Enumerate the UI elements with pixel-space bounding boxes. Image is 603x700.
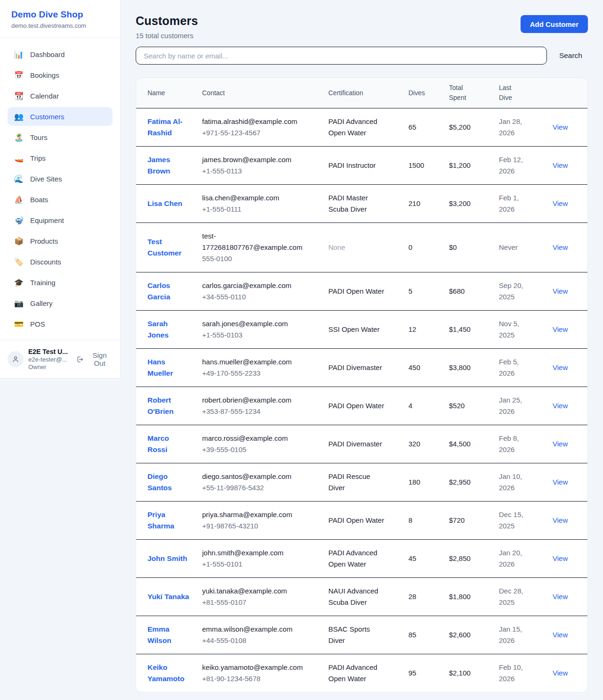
- customer-dives: 450: [408, 349, 449, 387]
- customer-last-dive: Jan 25, 2026: [499, 395, 529, 417]
- customer-total-spent: $1,800: [449, 578, 499, 616]
- view-customer-link[interactable]: View: [553, 161, 568, 169]
- sidebar-item-gallery[interactable]: 📷 Gallery: [8, 294, 113, 313]
- camera-icon: 📷: [14, 299, 24, 308]
- sidebar-item-tours[interactable]: 🏝️ Tours: [8, 128, 113, 147]
- customer-certification: PADI Divemaster: [328, 438, 387, 450]
- view-customer-link[interactable]: View: [553, 669, 568, 677]
- sidebar-item-training[interactable]: 🎓 Training: [8, 273, 113, 292]
- table-row: Keiko Yamamoto keiko.yamamoto@example.co…: [136, 654, 588, 692]
- customer-email: emma.wilson@example.com: [202, 624, 306, 635]
- customer-total-spent: $3,200: [449, 185, 499, 223]
- customer-name-link[interactable]: James Brown: [147, 154, 191, 177]
- diving-mask-icon: 🤿: [14, 216, 24, 225]
- customer-total-spent: $520: [449, 387, 499, 425]
- sidebar-item-products[interactable]: 📦 Products: [8, 231, 113, 250]
- view-customer-link[interactable]: View: [553, 363, 568, 371]
- credit-card-icon: 💳: [14, 320, 24, 329]
- calendar-icon: 📆: [14, 91, 24, 100]
- view-customer-link[interactable]: View: [553, 325, 568, 333]
- view-customer-link[interactable]: View: [553, 593, 568, 601]
- customer-name-link[interactable]: Sarah Jones: [147, 318, 191, 341]
- shop-domain: demo.test.divestreams.com: [11, 22, 109, 29]
- sidebar-item-equipment[interactable]: 🤿 Equipment: [8, 211, 113, 230]
- user-info: E2E Test U... e2e-tester@... Owner: [28, 348, 71, 371]
- sidebar-item-trips[interactable]: 🚤 Trips: [8, 148, 113, 167]
- customer-name-link[interactable]: Fatima Al-Rashid: [147, 116, 191, 139]
- logout-icon: [76, 355, 83, 363]
- column-header-total-spent: Total Spent: [449, 78, 499, 108]
- view-customer-link[interactable]: View: [553, 243, 568, 251]
- column-header-name: Name: [136, 78, 202, 108]
- customer-name-link[interactable]: Robert O'Brien: [147, 395, 191, 417]
- customer-name-link[interactable]: Diego Santos: [147, 471, 191, 494]
- customer-total-spent: $0: [449, 223, 499, 272]
- customer-last-dive: Feb 1, 2026: [499, 192, 529, 215]
- view-customer-link[interactable]: View: [553, 287, 568, 295]
- customer-certification: None: [328, 242, 387, 253]
- customer-last-dive: Jan 20, 2026: [499, 547, 529, 570]
- customer-phone: 555-0100: [202, 253, 325, 264]
- customer-email: keiko.yamamoto@example.com: [202, 662, 306, 673]
- main-content: Customers 15 total customers Add Custome…: [121, 0, 603, 700]
- view-customer-link[interactable]: View: [553, 123, 568, 131]
- customer-phone: +55-11-99876-5432: [202, 482, 325, 494]
- customer-email: test-1772681807767@example.com: [202, 231, 306, 253]
- customer-total-spent: $2,600: [449, 616, 499, 654]
- customer-name-link[interactable]: Keiko Yamamoto: [147, 662, 191, 684]
- customers-table: Name Contact Certification Dives Total S…: [136, 78, 588, 692]
- customer-name-link[interactable]: Emma Wilson: [147, 624, 191, 646]
- customer-certification: PADI Instructor: [328, 160, 387, 171]
- table-row: Priya Sharma priya.sharma@example.com +9…: [136, 502, 588, 540]
- island-icon: 🏝️: [14, 133, 24, 142]
- customer-dives: 65: [408, 108, 449, 147]
- view-customer-link[interactable]: View: [553, 554, 568, 562]
- table-body: Fatima Al-Rashid fatima.alrashid@example…: [136, 108, 588, 692]
- search-button[interactable]: Search: [559, 51, 588, 60]
- customer-phone: +1-555-0113: [202, 165, 325, 177]
- customer-name-link[interactable]: Carlos Garcia: [147, 280, 191, 303]
- customer-name-link[interactable]: Priya Sharma: [147, 509, 191, 532]
- sign-out-button[interactable]: Sign Out: [76, 351, 113, 367]
- customer-email: carlos.garcia@example.com: [202, 280, 306, 291]
- view-customer-link[interactable]: View: [553, 631, 568, 639]
- customer-email: yuki.tanaka@example.com: [202, 585, 306, 597]
- table-row: Yuki Tanaka yuki.tanaka@example.com +81-…: [136, 578, 588, 616]
- sidebar-item-customers[interactable]: 👥 Customers: [8, 107, 113, 126]
- customer-certification: PADI Open Water: [328, 400, 387, 412]
- sidebar-item-bookings[interactable]: 📅 Bookings: [8, 66, 113, 84]
- customer-name-link[interactable]: John Smith: [147, 553, 187, 564]
- table-row: Diego Santos diego.santos@example.com +5…: [136, 463, 588, 502]
- search-input[interactable]: [136, 47, 547, 65]
- customer-name-link[interactable]: Hans Mueller: [147, 356, 191, 379]
- view-customer-link[interactable]: View: [553, 199, 568, 207]
- customer-name-link[interactable]: Test Customer: [147, 236, 191, 259]
- graduation-cap-icon: 🎓: [14, 278, 24, 287]
- sidebar-item-pos[interactable]: 💳 POS: [8, 314, 113, 333]
- sidebar-item-discounts[interactable]: 🏷️ Discounts: [8, 252, 113, 271]
- customer-name-link[interactable]: Yuki Tanaka: [147, 591, 189, 602]
- sidebar-item-calendar[interactable]: 📆 Calendar: [8, 86, 113, 105]
- customer-name-link[interactable]: Lisa Chen: [147, 198, 182, 209]
- view-customer-link[interactable]: View: [553, 402, 568, 410]
- sidebar-item-dashboard[interactable]: 📊 Dashboard: [8, 45, 113, 64]
- package-icon: 📦: [14, 237, 24, 246]
- sidebar-item-dive-sites[interactable]: 🌊 Dive Sites: [8, 169, 113, 188]
- customer-name-link[interactable]: Marco Rossi: [147, 433, 191, 455]
- customer-certification: PADI Divemaster: [328, 362, 387, 373]
- sidebar-item-boats[interactable]: ⛵ Boats: [8, 190, 113, 209]
- customer-phone: +49-170-555-2233: [202, 368, 325, 379]
- sign-out-label: Sign Out: [87, 351, 113, 367]
- view-customer-link[interactable]: View: [553, 440, 568, 448]
- user-panel: E2E Test U... e2e-tester@... Owner Sign …: [0, 340, 120, 378]
- customer-email: john.smith@example.com: [202, 547, 306, 559]
- view-customer-link[interactable]: View: [553, 516, 568, 524]
- column-header-certification: Certification: [328, 78, 408, 108]
- add-customer-button[interactable]: Add Customer: [521, 15, 588, 33]
- customer-dives: 320: [408, 425, 449, 463]
- view-customer-link[interactable]: View: [553, 478, 568, 486]
- calendar-date-icon: 📅: [14, 71, 24, 80]
- customer-phone: +353-87-555-1234: [202, 406, 325, 417]
- customer-phone: +81-555-0107: [202, 597, 325, 608]
- shop-name: Demo Dive Shop: [11, 9, 109, 20]
